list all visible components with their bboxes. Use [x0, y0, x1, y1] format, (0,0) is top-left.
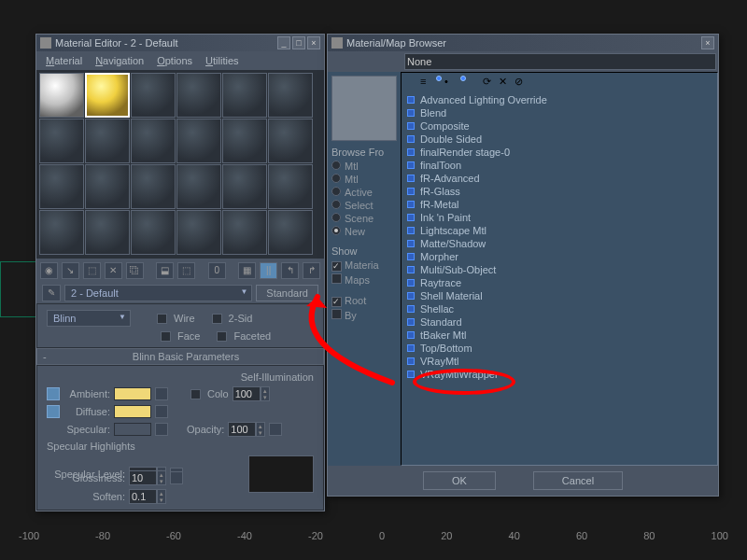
- material-name-dropdown[interactable]: 2 - Default: [64, 285, 252, 301]
- update-icon[interactable]: ⟳: [483, 76, 496, 89]
- radio-new[interactable]: New: [331, 225, 397, 238]
- opacity-spinner[interactable]: ▴▾: [228, 422, 265, 437]
- material-slot[interactable]: [39, 210, 84, 255]
- material-list-item[interactable]: Ink 'n Paint: [405, 211, 713, 224]
- search-input[interactable]: [404, 53, 716, 70]
- specular-swatch[interactable]: [114, 423, 151, 436]
- material-slot[interactable]: [39, 73, 84, 118]
- material-slot[interactable]: [222, 73, 267, 118]
- go-parent-icon[interactable]: ↰: [281, 262, 299, 279]
- face-checkbox[interactable]: [161, 331, 171, 342]
- material-list[interactable]: Advanced Lighting OverrideBlendComposite…: [402, 91, 717, 465]
- maximize-button[interactable]: □: [292, 36, 305, 49]
- material-list-item[interactable]: finalToon: [405, 159, 713, 172]
- ambient-swatch[interactable]: [114, 387, 151, 400]
- put-library-icon[interactable]: ⬚: [177, 262, 195, 279]
- get-material-icon[interactable]: ◉: [40, 262, 58, 279]
- diffuse-lock-icon[interactable]: [47, 405, 60, 418]
- material-list-item[interactable]: Blend: [405, 106, 713, 119]
- view-list-icon[interactable]: ≡: [420, 76, 433, 89]
- make-unique-icon[interactable]: ⬓: [156, 262, 174, 279]
- material-slot[interactable]: [131, 210, 176, 255]
- view-dot-icon[interactable]: •: [444, 76, 458, 89]
- view-large-icon[interactable]: [460, 76, 466, 81]
- colo-checkbox[interactable]: [190, 389, 201, 399]
- material-slot[interactable]: [85, 164, 130, 209]
- material-list-item[interactable]: finalRender stage-0: [405, 146, 713, 159]
- material-slot[interactable]: [131, 73, 176, 118]
- material-list-item[interactable]: fR-Metal: [405, 198, 713, 211]
- material-list-item[interactable]: Standard: [405, 315, 713, 329]
- material-list-item[interactable]: Advanced Lighting Override: [405, 93, 713, 106]
- material-slot[interactable]: [39, 164, 84, 209]
- check-by[interactable]: By: [331, 308, 397, 322]
- ambient-lock-icon[interactable]: [47, 387, 60, 400]
- menu-options[interactable]: Options: [151, 53, 198, 68]
- diffuse-map-button[interactable]: [155, 405, 168, 418]
- material-list-item[interactable]: Top/Bottom: [405, 342, 713, 355]
- material-list-item[interactable]: Matte/Shadow: [405, 237, 713, 250]
- wire-checkbox[interactable]: [157, 314, 167, 324]
- material-list-item[interactable]: Lightscape Mtl: [405, 224, 713, 237]
- gloss-spinner[interactable]: ▴▾: [129, 470, 166, 485]
- check-root[interactable]: Root: [331, 294, 397, 308]
- close-button[interactable]: ×: [701, 36, 714, 49]
- browser-titlebar[interactable]: Material/Map Browser ×: [328, 35, 718, 51]
- radio-scene[interactable]: Scene: [331, 212, 397, 225]
- menu-material[interactable]: Material: [40, 53, 88, 68]
- blinn-rollout-header[interactable]: - Blinn Basic Parameters: [36, 348, 324, 365]
- material-slot[interactable]: [131, 164, 176, 209]
- material-list-item[interactable]: Shellac: [405, 302, 713, 315]
- material-slot[interactable]: [222, 210, 267, 255]
- material-slot[interactable]: [176, 119, 221, 163]
- material-slot[interactable]: [268, 73, 313, 118]
- material-editor-titlebar[interactable]: Material Editor - 2 - Default _ □ ×: [36, 35, 324, 51]
- material-list-item[interactable]: Shell Material: [405, 289, 713, 302]
- faceted-checkbox[interactable]: [217, 331, 227, 342]
- reset-icon[interactable]: ✕: [105, 262, 122, 279]
- show-map-icon[interactable]: ▦: [238, 262, 256, 279]
- menu-utilities[interactable]: Utilities: [200, 53, 244, 68]
- material-list-item[interactable]: Double Sided: [405, 133, 713, 146]
- ok-button[interactable]: OK: [423, 471, 496, 490]
- cancel-button[interactable]: Cancel: [533, 471, 623, 490]
- two-sided-checkbox[interactable]: [212, 314, 222, 324]
- radio-select[interactable]: Select: [331, 199, 397, 212]
- view-small-icon[interactable]: [436, 76, 442, 81]
- check-materials[interactable]: Materia: [331, 259, 397, 273]
- copy-icon[interactable]: ⿻: [126, 262, 144, 279]
- go-forward-icon[interactable]: ↱: [303, 262, 320, 279]
- material-slot[interactable]: [176, 164, 221, 209]
- radio-active[interactable]: Active: [331, 186, 397, 199]
- pick-icon[interactable]: ✎: [42, 285, 61, 301]
- material-list-item[interactable]: Multi/Sub-Object: [405, 263, 713, 276]
- material-slot[interactable]: [268, 210, 313, 255]
- show-end-result-icon[interactable]: ||: [260, 262, 277, 279]
- close-button[interactable]: ×: [307, 36, 320, 49]
- delete-icon[interactable]: ✕: [499, 76, 512, 89]
- material-type-button[interactable]: Standard: [256, 285, 318, 301]
- material-list-item[interactable]: VRayMtlWrapper: [405, 368, 713, 381]
- assign-icon[interactable]: ⬚: [83, 262, 101, 279]
- put-to-scene-icon[interactable]: ↘: [62, 262, 79, 279]
- gloss-map-button[interactable]: [170, 471, 183, 484]
- material-slot[interactable]: [39, 119, 84, 163]
- material-slot[interactable]: [85, 119, 130, 163]
- check-maps[interactable]: Maps: [331, 273, 397, 287]
- diffuse-swatch[interactable]: [114, 405, 151, 418]
- material-slot[interactable]: [176, 210, 221, 255]
- material-slot-selected[interactable]: [85, 73, 130, 118]
- material-list-item[interactable]: tBaker Mtl: [405, 329, 713, 342]
- material-slot[interactable]: [268, 119, 313, 163]
- material-list-item[interactable]: Morpher: [405, 250, 713, 263]
- soften-spinner[interactable]: ▴▾: [129, 489, 166, 504]
- material-slot[interactable]: [176, 73, 221, 118]
- material-id-icon[interactable]: 0: [208, 262, 226, 279]
- material-list-item[interactable]: fR-Advanced: [405, 172, 713, 185]
- specular-map-button[interactable]: [155, 423, 168, 436]
- radio-mtl-lib[interactable]: Mtl: [331, 160, 397, 173]
- material-list-item[interactable]: Raytrace: [405, 276, 713, 289]
- shader-dropdown[interactable]: Blinn: [47, 310, 131, 327]
- material-list-item[interactable]: fR-Glass: [405, 185, 713, 198]
- material-slot[interactable]: [222, 119, 267, 163]
